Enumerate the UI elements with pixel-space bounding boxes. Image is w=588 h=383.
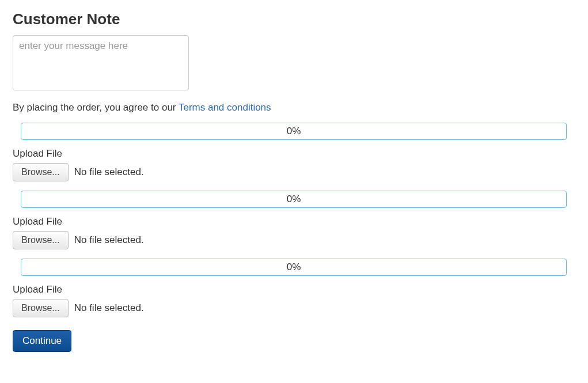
agreement-prefix: By placing the order, you agree to our <box>13 102 179 113</box>
file-selected-status: No file selected. <box>74 234 144 246</box>
page-heading: Customer Note <box>13 10 575 28</box>
browse-button[interactable]: Browse... <box>13 231 69 249</box>
file-input-row: Browse... No file selected. <box>13 231 575 249</box>
continue-button[interactable]: Continue <box>13 330 71 352</box>
agreement-text: By placing the order, you agree to our T… <box>13 102 575 113</box>
upload-progress-bar: 0% <box>21 259 567 276</box>
browse-button[interactable]: Browse... <box>13 299 69 317</box>
browse-button[interactable]: Browse... <box>13 163 69 181</box>
upload-file-label: Upload File <box>13 284 575 295</box>
file-input-row: Browse... No file selected. <box>13 299 575 317</box>
customer-note-input[interactable] <box>13 35 189 90</box>
file-selected-status: No file selected. <box>74 166 144 178</box>
upload-progress-text: 0% <box>287 261 301 273</box>
upload-progress-bar: 0% <box>21 123 567 140</box>
upload-progress-text: 0% <box>287 194 301 205</box>
file-input-row: Browse... No file selected. <box>13 163 575 181</box>
upload-progress-bar: 0% <box>21 191 567 208</box>
file-selected-status: No file selected. <box>74 302 144 314</box>
upload-progress-text: 0% <box>287 126 301 137</box>
terms-and-conditions-link[interactable]: Terms and conditions <box>179 102 271 113</box>
upload-file-label: Upload File <box>13 148 575 160</box>
upload-file-label: Upload File <box>13 216 575 227</box>
